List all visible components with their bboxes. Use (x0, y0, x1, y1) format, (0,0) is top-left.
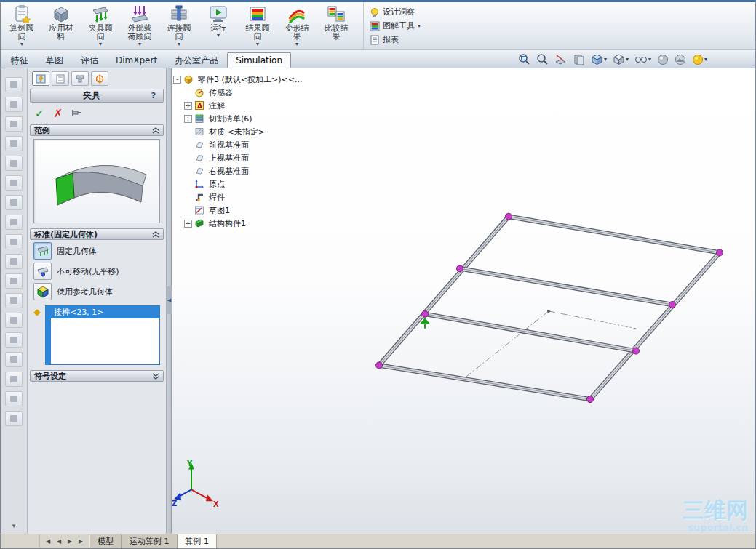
edit-appearance-icon[interactable] (657, 54, 669, 65)
hide-show-items-icon[interactable]: ▾ (634, 54, 651, 65)
reference-geometry-icon[interactable] (33, 283, 52, 300)
left-toolbar-icon[interactable] (5, 352, 23, 367)
tree-item-structural-member1[interactable]: + 结构构件1 (173, 217, 303, 230)
left-toolbar-icon[interactable] (5, 391, 23, 406)
external-loads-advisor-button[interactable]: 外部载荷顾问 ▾ (120, 2, 159, 49)
cancel-button[interactable]: ✗ (54, 107, 63, 120)
tab-evaluate[interactable]: 评估 (72, 52, 107, 68)
tree-item-front-plane[interactable]: 前视基准面 (173, 138, 303, 151)
featuremanager-tab[interactable] (52, 71, 69, 86)
tree-item-part[interactable]: - 零件3 (默认<按加工>)<<... (173, 73, 303, 86)
section-view-icon[interactable] (554, 53, 567, 65)
connections-advisor-button[interactable]: 连接顾问 ▾ (159, 2, 199, 49)
view-orientation-icon[interactable]: ▾ (591, 53, 607, 65)
graphics-viewport[interactable]: Y X Z - 零件3 (默认<按加工>)<<... (172, 68, 755, 534)
zoom-to-area-icon[interactable] (536, 53, 549, 65)
tree-item-material[interactable]: 材质 <未指定> (173, 125, 303, 138)
left-toolbar-icon[interactable] (5, 372, 23, 387)
left-toolbar-icon[interactable] (5, 215, 23, 230)
results-advisor-button[interactable]: 结果顾问 ▾ (238, 2, 277, 49)
compare-results-button[interactable]: 比较结果 (317, 2, 356, 49)
left-toolbar-icon[interactable] (5, 156, 23, 171)
tab-dimxpert[interactable]: DimXpert (107, 52, 166, 68)
left-toolbar-icon[interactable] (5, 97, 23, 112)
tree-item-top-plane[interactable]: 上视基准面 (173, 151, 303, 164)
next-tab-button[interactable]: ▶ (65, 538, 75, 545)
option-use-reference-geometry[interactable]: 使用参考几何体 (28, 281, 166, 302)
dimxpert-manager-tab[interactable] (91, 71, 108, 86)
left-toolbar-icon[interactable] (5, 77, 23, 92)
splitter-collapse-handle[interactable]: ◀ (167, 286, 172, 314)
zoom-to-fit-icon[interactable] (518, 53, 530, 65)
report-button[interactable]: 报表 (370, 33, 421, 46)
section-header-standard[interactable]: 标准(固定几何体) (30, 228, 164, 240)
tab-motion-study-1[interactable]: 运动算例 1 (122, 534, 178, 548)
propertymanager-tab[interactable] (32, 71, 49, 86)
left-toolbar-icon[interactable] (5, 332, 23, 348)
immovable-icon[interactable] (33, 263, 52, 280)
tree-expander[interactable]: + (184, 102, 192, 110)
left-toolbar-icon[interactable] (5, 175, 23, 191)
option-immovable[interactable]: 不可移动(无平移) (28, 261, 166, 281)
tree-expander[interactable]: + (184, 115, 192, 123)
last-tab-button[interactable]: ▶ (76, 538, 86, 545)
display-style-icon[interactable]: ▾ (613, 53, 629, 65)
tree-item-weldment[interactable]: 焊件 (173, 191, 303, 204)
study-advisor-button[interactable]: 算例顾问 ▾ (2, 2, 41, 49)
panel-action-bar: ✓ ✗ (28, 104, 166, 124)
ribbon-secondary-group: 设计洞察 图解工具 ▾ 报表 (363, 2, 421, 49)
left-toolbar-icon[interactable] (5, 116, 23, 132)
left-toolbar-icon[interactable] (5, 411, 23, 426)
panel-splitter[interactable]: ◀ (167, 68, 172, 534)
left-toolbar-icon[interactable] (5, 254, 23, 269)
tab-simulation[interactable]: Simulation (227, 52, 291, 68)
toolbar-overflow-icon[interactable]: ▾ (12, 522, 16, 529)
left-toolbar-icon[interactable] (5, 313, 23, 328)
design-insight-button[interactable]: 设计洞察 (370, 6, 421, 18)
feature-tree: - 零件3 (默认<按加工>)<<... 传感器 + A 注解 + (173, 73, 303, 230)
tree-item-sketch1[interactable]: 草图1 (173, 204, 303, 217)
ok-button[interactable]: ✓ (35, 107, 44, 120)
tab-features[interactable]: 特征 (2, 52, 37, 68)
apply-scene-icon[interactable] (675, 54, 686, 65)
plot-tools-button[interactable]: 图解工具 ▾ (370, 20, 421, 32)
tree-item-right-plane[interactable]: 右视基准面 (173, 164, 303, 177)
left-toolbar-icon[interactable] (5, 273, 23, 289)
tree-item-origin[interactable]: 原点 (173, 177, 303, 191)
tree-item-annotations[interactable]: + A 注解 (173, 99, 303, 112)
left-toolbar-icon[interactable] (5, 195, 23, 210)
triad-z-label: Z (172, 500, 177, 508)
help-button[interactable]: ? (148, 91, 159, 101)
dropdown-arrow-icon: ▾ (418, 23, 421, 29)
left-toolbar-icon[interactable] (5, 293, 23, 308)
dropdown-arrow-icon: ▾ (626, 57, 629, 63)
tree-item-sensors[interactable]: 传感器 (173, 86, 303, 99)
frame-member[interactable] (379, 217, 720, 399)
compare-results-icon (327, 4, 346, 23)
left-toolbar-icon[interactable] (5, 234, 23, 249)
tree-expander[interactable]: - (173, 76, 181, 84)
pin-button[interactable] (72, 108, 82, 119)
run-button[interactable]: 运行 ▾ (199, 2, 238, 49)
tab-office-products[interactable]: 办公室产品 (166, 52, 227, 68)
fixed-geometry-icon[interactable] (33, 242, 52, 260)
previous-view-icon[interactable] (573, 53, 585, 65)
first-tab-button[interactable]: ◀ (43, 538, 53, 545)
fixtures-advisor-button[interactable]: 夹具顾问 ▾ (81, 2, 120, 49)
prev-tab-button[interactable]: ◀ (54, 538, 64, 545)
tab-sketch[interactable]: 草图 (37, 52, 72, 68)
section-header-symbol-settings[interactable]: 符号设定 (30, 370, 164, 382)
deformed-result-button[interactable]: 变形结果 ▾ (277, 2, 317, 49)
selection-listbox[interactable]: 接榫<23, 1> (45, 305, 160, 365)
tree-expander[interactable]: + (184, 220, 192, 228)
selection-item[interactable]: 接榫<23, 1> (51, 306, 159, 318)
tree-item-cutlist[interactable]: + 切割清单(6) (173, 112, 303, 125)
apply-material-button[interactable]: 应用材料 (41, 2, 81, 49)
section-header-example[interactable]: 范例 (30, 124, 164, 136)
left-toolbar-icon[interactable] (5, 136, 23, 151)
tab-model[interactable]: 模型 (89, 534, 122, 548)
view-settings-icon[interactable]: ▾ (692, 54, 707, 65)
configuration-tab[interactable] (71, 71, 89, 86)
tab-study-1[interactable]: 算例 1 (178, 534, 218, 548)
option-fixed-geometry[interactable]: 固定几何体 (28, 241, 166, 261)
